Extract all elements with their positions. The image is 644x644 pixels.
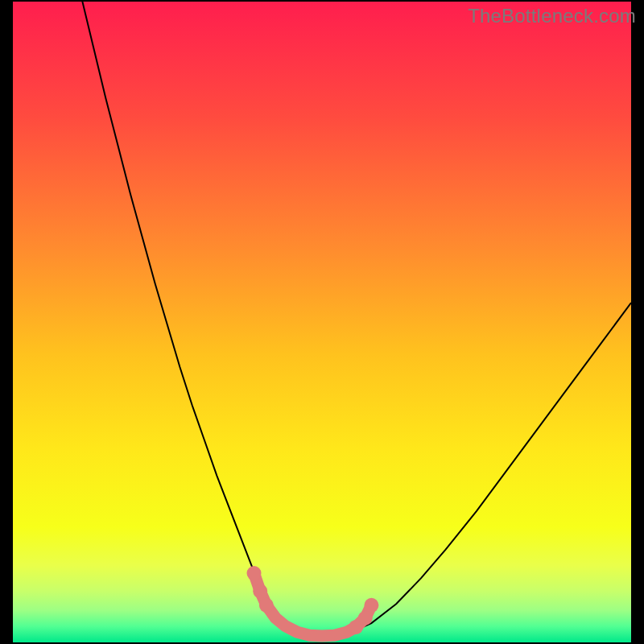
sweet-spot-marker [247,566,262,580]
sweet-spot-marker [253,584,267,598]
bottleneck-chart [0,0,644,644]
watermark-text: TheBottleneck.com [468,5,636,27]
sweet-spot-marker [259,598,274,613]
sweet-spot-marker [364,598,378,613]
sweet-spot-marker [358,611,373,625]
chart-container: TheBottleneck.com [0,0,644,644]
